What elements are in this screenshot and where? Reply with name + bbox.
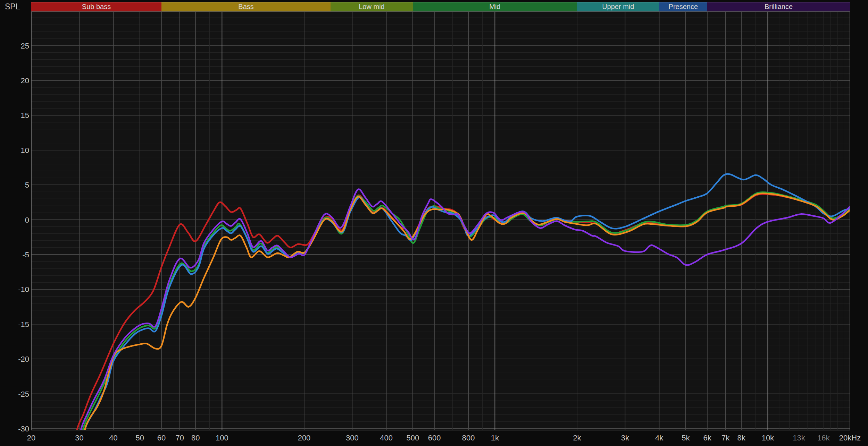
- y-tick-label: -15: [18, 320, 29, 329]
- x-tick-label: 400: [380, 434, 393, 442]
- plot-background: [31, 12, 850, 430]
- x-tick-label: 2k: [573, 434, 581, 442]
- x-tick-label: 3k: [621, 434, 629, 442]
- x-tick-label: 20: [27, 434, 35, 442]
- x-tick-label: 1k: [491, 434, 499, 442]
- y-axis-labels: 2520151050-5-10-15-20-25-30: [18, 42, 29, 433]
- y-tick-label: -10: [18, 285, 29, 294]
- x-tick-label: 200: [298, 434, 311, 442]
- x-tick-label: 8k: [737, 434, 746, 442]
- y-tick-label: -20: [18, 355, 29, 363]
- x-tick-label: 5k: [682, 434, 690, 442]
- y-tick-label: 10: [21, 146, 29, 155]
- y-tick-label: 25: [21, 42, 29, 50]
- x-tick-label: 6k: [703, 434, 711, 442]
- y-tick-label: 0: [25, 216, 29, 224]
- spl-frequency-response-chart: SPL Sub bassBassLow midMidUpper midPrese…: [0, 0, 868, 446]
- x-tick-label: 30: [75, 434, 83, 442]
- x-tick-label: 50: [136, 434, 144, 442]
- x-tick-label: 80: [191, 434, 200, 442]
- y-tick-label: -30: [18, 424, 29, 433]
- x-axis-labels: 203040506070801002003004005006008001k2k3…: [27, 434, 861, 442]
- x-tick-label: 13k: [793, 434, 805, 442]
- x-tick-label: 300: [346, 434, 359, 442]
- x-tick-label: 800: [462, 434, 475, 442]
- plot-surface[interactable]: 203040506070801002003004005006008001k2k3…: [0, 0, 868, 446]
- x-tick-label: 4k: [655, 434, 663, 442]
- x-tick-label: 10k: [762, 434, 774, 442]
- x-tick-label: 20kHz: [839, 434, 861, 442]
- x-tick-label: 40: [109, 434, 117, 442]
- x-tick-label: 600: [428, 434, 441, 442]
- y-tick-label: 15: [21, 111, 29, 120]
- y-tick-label: 20: [21, 76, 29, 85]
- y-tick-label: -25: [18, 390, 29, 398]
- x-tick-label: 7k: [721, 434, 730, 442]
- x-tick-label: 16k: [817, 434, 830, 442]
- x-tick-label: 70: [175, 434, 184, 442]
- y-tick-label: 5: [25, 181, 29, 189]
- y-tick-label: -5: [22, 250, 29, 259]
- x-tick-label: 500: [406, 434, 419, 442]
- x-tick-label: 100: [216, 434, 228, 442]
- x-tick-label: 60: [157, 434, 166, 442]
